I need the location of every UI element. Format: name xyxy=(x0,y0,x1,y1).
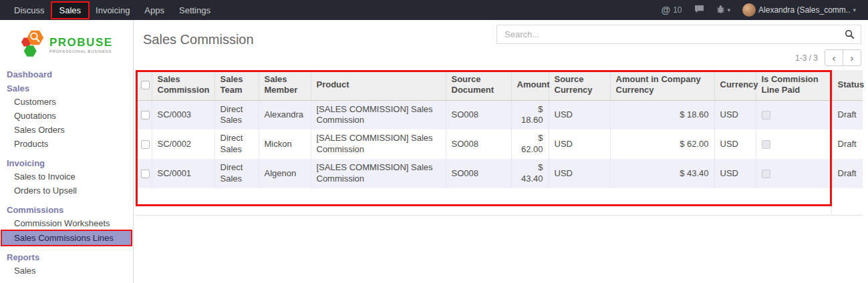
search-icon[interactable] xyxy=(845,29,855,39)
select-all-cell xyxy=(136,70,152,100)
search-input[interactable] xyxy=(503,29,845,40)
page-title: Sales Commission xyxy=(143,32,254,66)
sidebar-item-sales-orders[interactable]: Sales Orders xyxy=(0,123,133,137)
company-logo[interactable]: PROBUSE PROFESSIONAL BUSINESS xyxy=(0,20,133,67)
cell-ref: SC/0002 xyxy=(152,129,214,159)
cell-source-doc: SO008 xyxy=(446,159,511,188)
table-header-row: Sales Commission Sales Team Sales Member… xyxy=(136,70,863,100)
cell-team: Direct Sales xyxy=(214,129,259,159)
col-sales-commission[interactable]: Sales Commission xyxy=(152,70,214,100)
pager-count: 1-3 / 3 xyxy=(795,53,818,63)
sidebar-item-dashboard[interactable]: Dashboard xyxy=(0,68,133,81)
col-currency[interactable]: Currency xyxy=(714,70,756,100)
row-select-cell xyxy=(136,159,152,188)
menu-discuss[interactable]: Discuss xyxy=(7,3,52,18)
cell-amount: $ 18.60 xyxy=(511,100,549,129)
cell-source-currency: USD xyxy=(549,100,610,129)
logo-title: PROBUSE xyxy=(49,37,113,48)
col-amount[interactable]: Amount xyxy=(511,70,549,100)
cell-member: Mickon xyxy=(259,129,311,159)
cell-source-doc: SO008 xyxy=(446,100,511,129)
table-row[interactable]: SC/0003 Direct Sales Alexandra [SALES CO… xyxy=(136,100,863,129)
avatar xyxy=(742,3,756,17)
col-source-currency[interactable]: Source Currency xyxy=(549,70,610,100)
sidebar-item-reports-sales[interactable]: Sales xyxy=(0,264,133,278)
select-all-checkbox[interactable] xyxy=(141,81,150,89)
chat-bubble-icon xyxy=(694,5,704,15)
cell-source-currency: USD xyxy=(549,159,610,188)
messages-menu[interactable] xyxy=(689,5,710,15)
activity-at-icon: @ xyxy=(662,5,671,15)
cell-team: Direct Sales xyxy=(214,100,259,129)
sidebar: PROBUSE PROFESSIONAL BUSINESS Dashboard … xyxy=(0,20,134,283)
cell-currency: USD xyxy=(714,100,756,129)
bug-icon xyxy=(716,5,725,15)
row-checkbox[interactable] xyxy=(141,170,150,178)
cell-source-doc: SO008 xyxy=(446,129,511,159)
cell-amount-company: $ 62.00 xyxy=(610,129,714,159)
sidebar-item-orders-to-upsell[interactable]: Orders to Upsell xyxy=(0,184,133,198)
col-sales-member[interactable]: Sales Member xyxy=(259,70,311,100)
cell-member: Alexandra xyxy=(259,100,311,129)
pager-previous-button[interactable]: ‹ xyxy=(825,49,843,66)
debug-menu[interactable]: ▾ xyxy=(711,5,736,15)
search-box xyxy=(496,25,861,44)
col-sales-team[interactable]: Sales Team xyxy=(214,70,259,100)
sidebar-item-sales-commissions-lines[interactable]: Sales Commissions Lines xyxy=(2,231,131,245)
cell-product: [SALES COMMISSION] Sales Commission xyxy=(311,159,446,188)
col-product[interactable]: Product xyxy=(311,70,446,100)
sidebar-item-customers[interactable]: Customers xyxy=(0,95,133,109)
col-source-document[interactable]: Source Document xyxy=(446,70,511,100)
table-row[interactable]: SC/0002 Direct Sales Mickon [SALES COMMI… xyxy=(136,129,863,159)
caret-down-icon: ▾ xyxy=(853,7,856,13)
sidebar-item-quotations[interactable]: Quotations xyxy=(0,109,133,123)
user-label: Alexandra (Sales_comm.. xyxy=(758,5,850,15)
cell-amount: $ 62.00 xyxy=(511,129,549,159)
topbar-right: @ 10 ▾ Alexandra (Sales_comm.. ▾ xyxy=(656,3,861,17)
cell-paid xyxy=(756,100,832,129)
sidebar-section-commissions[interactable]: Commissions xyxy=(0,204,133,216)
cell-status: Draft xyxy=(832,100,863,129)
sidebar-item-sales-to-invoice[interactable]: Sales to Invoice xyxy=(0,170,133,184)
row-checkbox[interactable] xyxy=(141,111,150,119)
cell-paid xyxy=(756,129,832,159)
user-menu[interactable]: Alexandra (Sales_comm.. ▾ xyxy=(737,3,861,17)
probuse-logo-icon xyxy=(20,28,45,61)
cell-ref: SC/0003 xyxy=(152,100,214,129)
menu-invoicing[interactable]: Invoicing xyxy=(88,3,137,18)
col-status[interactable]: Status xyxy=(832,70,863,100)
cell-member: Algenon xyxy=(259,159,311,188)
activity-menu[interactable]: @ 10 xyxy=(656,5,688,15)
menu-settings[interactable]: Settings xyxy=(172,3,218,18)
sidebar-item-products[interactable]: Products xyxy=(0,137,133,151)
paid-checkbox xyxy=(762,170,770,178)
row-checkbox[interactable] xyxy=(141,140,150,149)
row-select-cell xyxy=(136,129,152,159)
menu-apps[interactable]: Apps xyxy=(137,3,172,18)
main-content: Sales Commission 1-3 / 3 ‹ › xyxy=(134,20,868,283)
sidebar-item-commission-worksheets[interactable]: Commission Worksheets xyxy=(0,216,133,230)
sidebar-section-reports[interactable]: Reports xyxy=(0,251,133,264)
sidebar-section-sales[interactable]: Sales xyxy=(0,82,133,95)
cell-status: Draft xyxy=(832,129,863,159)
menu-sales[interactable]: Sales xyxy=(52,3,89,18)
sidebar-section-invoicing[interactable]: Invoicing xyxy=(0,157,133,170)
pager-next-button[interactable]: › xyxy=(843,49,861,66)
commission-table: Sales Commission Sales Team Sales Member… xyxy=(136,70,863,188)
col-amount-company-currency[interactable]: Amount in Company Currency xyxy=(610,70,714,100)
commission-list-view: Sales Commission Sales Team Sales Member… xyxy=(136,70,863,216)
col-is-commission-line-paid[interactable]: Is Commision Line Paid xyxy=(756,70,832,100)
activity-count: 10 xyxy=(673,5,682,15)
cell-amount-company: $ 43.40 xyxy=(610,159,714,188)
control-panel: Sales Commission 1-3 / 3 ‹ › xyxy=(134,20,868,67)
paid-checkbox xyxy=(762,111,770,119)
pager: 1-3 / 3 ‹ › xyxy=(795,49,861,66)
topbar: Discuss Sales Invoicing Apps Settings @ … xyxy=(0,0,868,20)
cell-ref: SC/0001 xyxy=(152,159,214,188)
cell-source-currency: USD xyxy=(549,129,610,159)
cell-product: [SALES COMMISSION] Sales Commission xyxy=(311,100,446,129)
row-select-cell xyxy=(136,100,152,129)
table-row[interactable]: SC/0001 Direct Sales Algenon [SALES COMM… xyxy=(136,159,863,188)
paid-checkbox xyxy=(762,140,770,149)
cell-status: Draft xyxy=(832,159,863,188)
